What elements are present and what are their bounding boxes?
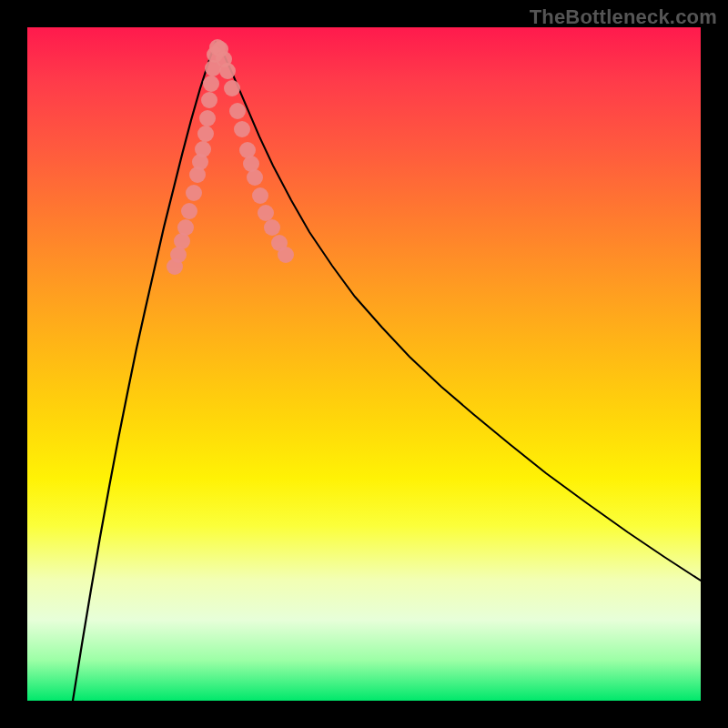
data-point xyxy=(186,185,202,201)
data-point xyxy=(207,46,223,63)
data-point xyxy=(192,154,208,170)
data-point xyxy=(252,187,268,204)
data-point xyxy=(229,103,246,119)
data-point xyxy=(216,51,232,67)
data-point xyxy=(197,126,214,142)
data-point xyxy=(209,39,226,56)
data-point xyxy=(205,60,221,76)
data-point xyxy=(203,76,219,92)
data-point xyxy=(212,41,228,57)
data-point xyxy=(264,219,280,236)
data-point xyxy=(177,219,194,236)
data-point xyxy=(167,258,183,275)
data-point xyxy=(195,141,211,157)
data-point xyxy=(174,233,190,249)
data-point xyxy=(199,110,216,126)
watermark-text: TheBottleneck.com xyxy=(530,5,717,29)
data-point xyxy=(170,247,187,263)
bottleneck-curve xyxy=(73,42,701,701)
data-point xyxy=(181,203,197,219)
data-point xyxy=(278,247,294,263)
chart-overlay xyxy=(27,27,701,701)
data-points-cluster xyxy=(167,39,294,275)
chart-plot-area xyxy=(27,27,701,701)
data-point xyxy=(189,167,206,183)
data-point xyxy=(234,121,250,137)
data-point xyxy=(247,169,263,186)
data-point xyxy=(243,156,259,172)
data-point xyxy=(239,142,256,158)
data-point xyxy=(258,205,274,221)
data-point xyxy=(219,63,236,79)
data-point xyxy=(224,80,240,96)
data-point xyxy=(271,235,288,251)
data-point xyxy=(201,92,217,108)
